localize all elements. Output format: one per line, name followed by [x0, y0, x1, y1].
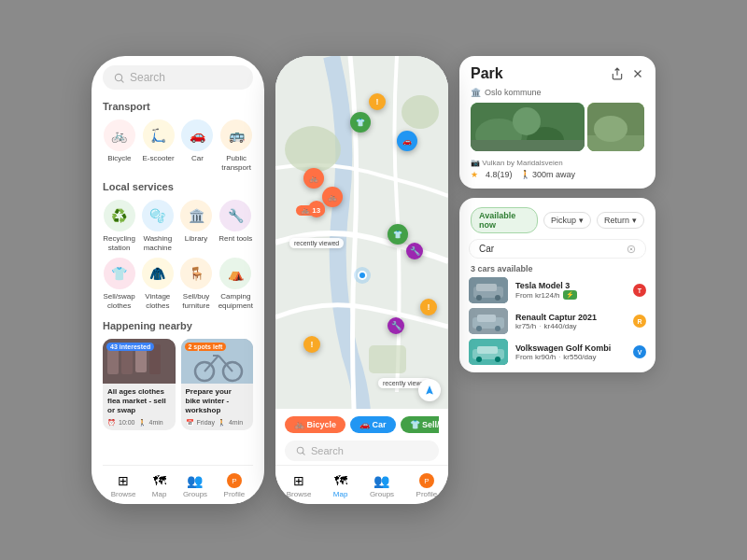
left-search-bar[interactable]: Search	[103, 65, 253, 90]
interested-badge: 43 interested	[106, 343, 154, 351]
nav-profile-left[interactable]: P Profile	[224, 473, 246, 498]
user-location-dot	[358, 271, 367, 280]
service-library[interactable]: 🏛️ Library	[179, 200, 212, 252]
transport-public[interactable]: 🚌 Public transport	[219, 119, 253, 172]
svg-line-1	[121, 79, 123, 81]
nav-groups-center[interactable]: 👥 Groups	[370, 473, 394, 498]
park-images	[459, 103, 655, 159]
nav-map-left[interactable]: 🗺 Map	[152, 473, 167, 498]
car-thumb-renault	[469, 308, 508, 334]
svg-rect-39	[477, 315, 496, 322]
pin-yellow-1[interactable]: !	[369, 93, 386, 110]
transport-escooter[interactable]: 🛴 E-scooter	[142, 119, 176, 172]
svg-point-41	[495, 326, 500, 331]
pin-car[interactable]: 🚗	[397, 131, 417, 151]
park-subtitle: 🏛️ Oslo kommune	[459, 88, 655, 103]
service-sell-clothes[interactable]: 👕 Sell/swap clothes	[103, 258, 135, 310]
right-panels: Park 🏛️ Oslo kommune	[459, 56, 655, 372]
event-title-flea: All ages clothes flea market - sell or s…	[107, 387, 171, 416]
svg-point-45	[476, 357, 482, 362]
center-phone: 🚲 🚲 8 🚗 👕 👕 ! !	[275, 56, 448, 504]
park-image-main	[471, 103, 585, 151]
park-header: Park	[459, 56, 655, 88]
service-furniture[interactable]: 🪑 Sell/buy furniture	[179, 258, 212, 310]
pin-purple-2[interactable]: 🔧	[388, 317, 404, 334]
car-info-vw: Volkswagen Golf Kombi From kr90/h · kr55…	[515, 343, 626, 361]
services-title: Local services	[103, 181, 253, 192]
search-icon	[114, 73, 124, 83]
car-info-tesla: Tesla Model 3 From kr124/h ⚡	[515, 281, 626, 300]
car-info-renault: Renault Captur 2021 kr75/h · kr440/day	[515, 313, 626, 330]
car-panel-header: Available now Pickup ▾ Return ▾	[459, 198, 655, 239]
service-tools[interactable]: 🔧 Rent tools	[218, 200, 253, 252]
park-image-side	[587, 103, 644, 151]
svg-rect-24	[471, 140, 585, 151]
park-panel: Park 🏛️ Oslo kommune	[459, 56, 655, 189]
search-placeholder: Search	[130, 71, 165, 84]
map-search-icon	[296, 446, 305, 455]
left-phone: Search Transport 🚲 Bicycle 🛴 E-scooter 🚗…	[92, 56, 264, 504]
svg-point-36	[495, 295, 500, 301]
pickup-dropdown[interactable]: Pickup ▾	[543, 212, 591, 229]
available-badge: Available now	[471, 207, 538, 233]
svg-line-18	[303, 453, 304, 455]
svg-rect-44	[477, 346, 498, 354]
cars-count: 3 cars available	[459, 264, 655, 277]
happening-title: Happening nearby	[103, 320, 253, 331]
pill-car[interactable]: 🚗 Car	[350, 416, 396, 433]
pin-swap-2[interactable]: 👕	[388, 224, 408, 245]
car-thumb-vw	[469, 339, 508, 365]
bicycle-count-overlay: 🚲 13	[296, 205, 325, 216]
service-washing[interactable]: 🫧 Washing machine	[141, 200, 174, 252]
car-item-renault[interactable]: Renault Captur 2021 kr75/h · kr440/day R	[469, 308, 646, 334]
return-dropdown[interactable]: Return ▾	[597, 212, 644, 229]
navigate-button[interactable]	[418, 379, 441, 401]
pin-purple-1[interactable]: 🔧	[406, 243, 423, 259]
navigate-icon	[424, 385, 435, 396]
event-title-bike: Prepare your bike winter - workshop	[186, 387, 249, 416]
pin-yellow-2[interactable]: !	[420, 299, 437, 315]
pin-bicycle-1[interactable]: 🚲	[303, 168, 324, 189]
svg-rect-34	[476, 284, 497, 291]
pill-bicycle[interactable]: 🚲 Bicycle	[285, 416, 345, 433]
transport-bicycle[interactable]: 🚲 Bicycle	[103, 119, 136, 172]
nav-profile-center[interactable]: P Profile	[416, 473, 438, 498]
car-clear-icon[interactable]	[627, 245, 636, 254]
svg-point-40	[476, 326, 482, 331]
park-rating: ★ 4.8(19) 🚶 300m away	[471, 170, 644, 179]
service-vintage[interactable]: 🧥 Vintage clothes	[141, 258, 174, 310]
nav-groups-left[interactable]: 👥 Groups	[183, 473, 207, 498]
event-meta-bike: 📅Friday 🚶4min	[186, 419, 249, 427]
nav-browse-left[interactable]: ⊞ Browse	[111, 473, 136, 498]
event-flea-market[interactable]: 43 interested All ages clothes flea mark…	[103, 339, 176, 430]
car-thumb-tesla	[469, 277, 508, 303]
nav-map-center[interactable]: 🗺 Map	[333, 473, 348, 498]
brand-dot-vw: V	[633, 345, 646, 358]
pill-swap[interactable]: 👕 Sell/swap clothe…	[401, 416, 439, 433]
filter-pills: 🚲 Bicycle 🚗 Car 👕 Sell/swap clothe…	[285, 416, 439, 433]
brand-dot-tesla: T	[633, 284, 646, 297]
car-item-tesla[interactable]: Tesla Model 3 From kr124/h ⚡ T	[469, 277, 646, 303]
nav-browse-center[interactable]: ⊞ Browse	[287, 473, 312, 498]
close-icon[interactable]	[631, 67, 644, 80]
event-bike-workshop[interactable]: 2 spots left Prepare your bike winter - …	[181, 339, 254, 430]
pin-bicycle-2[interactable]: 🚲	[322, 187, 343, 207]
brand-dot-renault: R	[633, 315, 646, 328]
car-item-vw[interactable]: Volkswagen Golf Kombi From kr90/h · kr55…	[469, 339, 646, 365]
car-search-value: Car	[479, 244, 622, 254]
pin-yellow-3[interactable]: !	[303, 336, 320, 353]
transport-car[interactable]: 🚗 Car	[181, 119, 215, 172]
svg-point-25	[513, 107, 541, 135]
transport-grid: 🚲 Bicycle 🛴 E-scooter 🚗 Car 🚌 Public tra…	[103, 119, 253, 172]
park-credit: 📷 Vulkan by Maridalsveien	[471, 159, 644, 167]
car-search-bar[interactable]: Car	[469, 239, 646, 259]
pin-swap-1[interactable]: 👕	[350, 112, 371, 133]
svg-point-15	[402, 95, 439, 129]
service-camping[interactable]: ⛺ Camping equipment	[218, 258, 253, 310]
service-recycling[interactable]: ♻️ Recycling station	[103, 200, 135, 252]
map-area[interactable]: 🚲 🚲 8 🚗 👕 👕 ! !	[275, 56, 448, 409]
map-search-bar[interactable]: Search	[285, 441, 439, 461]
event-meta-flea: ⏰10:00 🚶4min	[107, 419, 171, 427]
share-icon[interactable]	[611, 67, 624, 80]
map-search-placeholder: Search	[311, 445, 344, 456]
